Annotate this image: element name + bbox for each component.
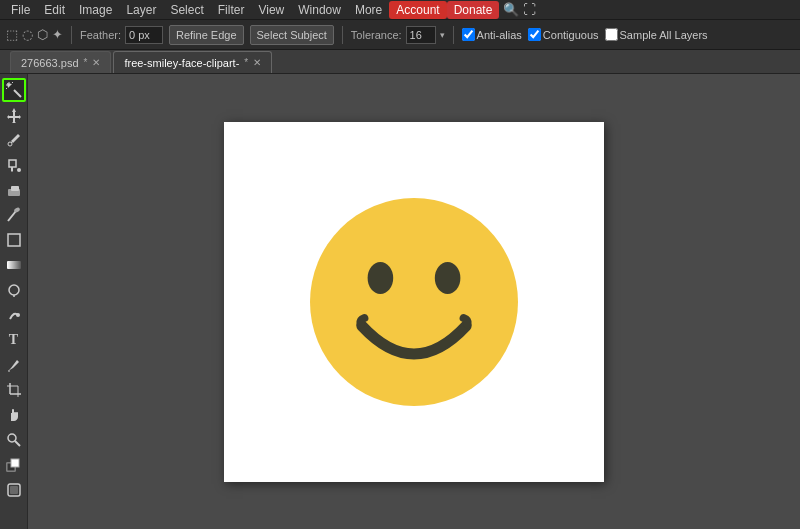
tool-shape[interactable] bbox=[2, 228, 26, 252]
menu-view[interactable]: View bbox=[251, 1, 291, 19]
paint-bucket-icon bbox=[6, 157, 22, 173]
menu-window[interactable]: Window bbox=[291, 1, 348, 19]
smudge-icon bbox=[6, 307, 22, 323]
tab-bar: 276663.psd * ✕ free-smiley-face-clipart-… bbox=[0, 50, 800, 74]
feather-group: Feather: bbox=[80, 26, 163, 44]
sample-all-layers-checkbox[interactable] bbox=[605, 28, 618, 41]
anti-alias-checkbox-label[interactable]: Anti-alias bbox=[462, 28, 522, 41]
svg-point-32 bbox=[368, 262, 394, 294]
pen-icon bbox=[6, 357, 22, 373]
svg-point-31 bbox=[310, 198, 518, 406]
tool-text[interactable]: T bbox=[2, 328, 26, 352]
contiguous-label: Contiguous bbox=[543, 29, 599, 41]
eraser-icon bbox=[6, 182, 22, 198]
text-icon: T bbox=[9, 332, 18, 348]
svg-line-8 bbox=[11, 142, 12, 143]
svg-point-33 bbox=[435, 262, 461, 294]
svg-rect-30 bbox=[10, 486, 18, 494]
crop-icon bbox=[6, 382, 22, 398]
tool-brush[interactable] bbox=[2, 203, 26, 227]
svg-marker-6 bbox=[7, 108, 21, 123]
tool-pen[interactable] bbox=[2, 353, 26, 377]
anti-alias-checkbox[interactable] bbox=[462, 28, 475, 41]
svg-point-18 bbox=[16, 313, 20, 317]
divider-2 bbox=[342, 26, 343, 44]
tab-smiley-close[interactable]: ✕ bbox=[253, 57, 261, 68]
anti-alias-label: Anti-alias bbox=[477, 29, 522, 41]
menu-filter[interactable]: Filter bbox=[211, 1, 252, 19]
svg-line-12 bbox=[8, 211, 16, 221]
magic-wand-icon bbox=[6, 82, 22, 98]
svg-rect-14 bbox=[8, 234, 20, 246]
tool-eyedropper[interactable] bbox=[2, 128, 26, 152]
toolbar-tools-icons: ⬚ ◌ ⬡ ✦ bbox=[6, 27, 63, 42]
hand-icon bbox=[6, 407, 22, 423]
feather-label: Feather: bbox=[80, 29, 121, 41]
tool-quick-mask[interactable] bbox=[2, 478, 26, 502]
tab-psd[interactable]: 276663.psd * ✕ bbox=[10, 51, 111, 73]
tool-eraser[interactable] bbox=[2, 178, 26, 202]
left-toolbar: T bbox=[0, 74, 28, 529]
tool-paint-bucket[interactable] bbox=[2, 153, 26, 177]
brush-icon bbox=[6, 207, 22, 223]
menu-edit[interactable]: Edit bbox=[37, 1, 72, 19]
eyedropper-icon bbox=[6, 132, 22, 148]
colors-icon bbox=[6, 457, 22, 473]
contiguous-checkbox-label[interactable]: Contiguous bbox=[528, 28, 599, 41]
tool-colors[interactable] bbox=[2, 453, 26, 477]
tolerance-input[interactable] bbox=[406, 26, 436, 44]
svg-line-0 bbox=[14, 90, 21, 97]
menu-file[interactable]: File bbox=[4, 1, 37, 19]
tolerance-group: Tolerance: ▾ bbox=[351, 26, 445, 44]
tolerance-dropdown-arrow[interactable]: ▾ bbox=[440, 30, 445, 40]
zoom-icon bbox=[6, 432, 22, 448]
tool-dodge[interactable] bbox=[2, 278, 26, 302]
magic-wand-icon[interactable]: ✦ bbox=[52, 27, 63, 42]
menu-layer[interactable]: Layer bbox=[119, 1, 163, 19]
tool-magic-wand[interactable] bbox=[2, 78, 26, 102]
tab-smiley-label: free-smiley-face-clipart- bbox=[124, 57, 239, 69]
svg-point-24 bbox=[8, 434, 16, 442]
select-subject-button[interactable]: Select Subject bbox=[250, 25, 334, 45]
lasso-icon[interactable]: ◌ bbox=[22, 27, 33, 42]
menu-select[interactable]: Select bbox=[163, 1, 210, 19]
tool-smudge[interactable] bbox=[2, 303, 26, 327]
tool-zoom[interactable] bbox=[2, 428, 26, 452]
tab-psd-close[interactable]: ✕ bbox=[92, 57, 100, 68]
poly-lasso-icon[interactable]: ⬡ bbox=[37, 27, 48, 42]
quick-mask-icon bbox=[6, 482, 22, 498]
menu-donate[interactable]: Donate bbox=[447, 1, 500, 19]
tab-psd-modified: * bbox=[84, 57, 88, 68]
svg-rect-15 bbox=[7, 261, 21, 269]
divider-3 bbox=[453, 26, 454, 44]
menu-bar: File Edit Image Layer Select Filter View… bbox=[0, 0, 800, 20]
tool-gradient[interactable] bbox=[2, 253, 26, 277]
svg-line-25 bbox=[15, 441, 20, 446]
menu-account[interactable]: Account bbox=[389, 1, 446, 19]
feather-input[interactable] bbox=[125, 26, 163, 44]
search-icon[interactable]: 🔍 bbox=[503, 2, 519, 17]
svg-line-4 bbox=[12, 82, 13, 83]
tab-smiley-modified: * bbox=[244, 57, 248, 68]
fullscreen-icon[interactable]: ⛶ bbox=[523, 2, 536, 17]
gradient-icon bbox=[6, 257, 22, 273]
sample-all-layers-checkbox-label[interactable]: Sample All Layers bbox=[605, 28, 708, 41]
contiguous-checkbox[interactable] bbox=[528, 28, 541, 41]
tab-smiley[interactable]: free-smiley-face-clipart- * ✕ bbox=[113, 51, 272, 73]
rect-select-icon[interactable]: ⬚ bbox=[6, 27, 18, 42]
svg-rect-28 bbox=[11, 459, 19, 467]
tool-move[interactable] bbox=[2, 103, 26, 127]
tab-psd-label: 276663.psd bbox=[21, 57, 79, 69]
toolbar: ⬚ ◌ ⬡ ✦ Feather: Refine Edge Select Subj… bbox=[0, 20, 800, 50]
canvas-area bbox=[28, 74, 800, 529]
svg-point-16 bbox=[9, 285, 19, 295]
svg-rect-11 bbox=[11, 186, 19, 191]
menu-image[interactable]: Image bbox=[72, 1, 119, 19]
tool-hand[interactable] bbox=[2, 403, 26, 427]
refine-edge-button[interactable]: Refine Edge bbox=[169, 25, 244, 45]
menu-more[interactable]: More bbox=[348, 1, 389, 19]
move-icon bbox=[6, 107, 22, 123]
tool-crop[interactable] bbox=[2, 378, 26, 402]
svg-point-9 bbox=[17, 168, 21, 172]
main-area: T bbox=[0, 74, 800, 529]
